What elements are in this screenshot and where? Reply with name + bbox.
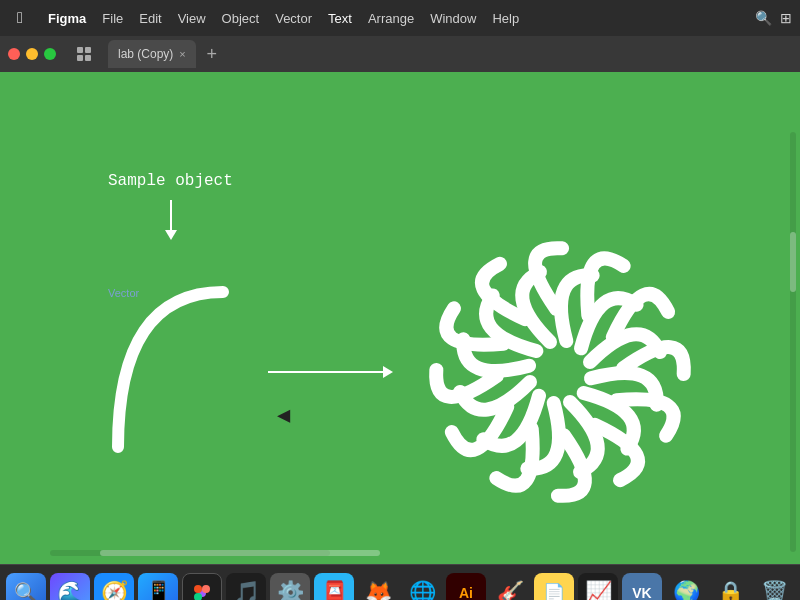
svg-rect-2 xyxy=(77,55,83,61)
dock-appstore[interactable]: 📱 xyxy=(138,573,178,601)
svg-rect-1 xyxy=(85,47,91,53)
svg-rect-0 xyxy=(77,47,83,53)
dock-stocks[interactable]: 📈 xyxy=(578,573,618,601)
menubar:  Figma File Edit View Object Vector Tex… xyxy=(0,0,800,36)
menu-view[interactable]: View xyxy=(170,0,214,36)
dock-safari[interactable]: 🧭 xyxy=(94,573,134,601)
menu-arrange[interactable]: Arrange xyxy=(360,0,422,36)
dock-vk[interactable]: VK xyxy=(622,573,662,601)
apple-icon:  xyxy=(17,9,23,27)
canvas: Sample object Vector ◀ xyxy=(0,72,800,564)
new-tab-button[interactable]: + xyxy=(200,42,224,66)
apple-menu[interactable]:  xyxy=(0,9,40,27)
menu-edit[interactable]: Edit xyxy=(131,0,169,36)
close-button[interactable] xyxy=(8,48,20,60)
arc-shape xyxy=(108,282,238,466)
spiral-shape xyxy=(420,232,700,516)
tab-lab-copy[interactable]: lab (Copy) × xyxy=(108,40,196,68)
dock-telegram[interactable]: 📮 xyxy=(314,573,354,601)
svg-rect-5 xyxy=(194,585,202,593)
minimize-button[interactable] xyxy=(26,48,38,60)
dock-finder[interactable]: 🔍 xyxy=(6,573,46,601)
sample-object-label: Sample object xyxy=(108,172,233,190)
dock-chrome[interactable]: 🌐 xyxy=(402,573,442,601)
dock-firefox[interactable]: 🦊 xyxy=(358,573,398,601)
down-arrow-line xyxy=(170,200,172,230)
dock-headphones[interactable]: 🎵 xyxy=(226,573,266,601)
dock-illustrator[interactable]: Ai xyxy=(446,573,486,601)
menu-help[interactable]: Help xyxy=(484,0,527,36)
dock-siri[interactable]: 🌊 xyxy=(50,573,90,601)
tab-close-button[interactable]: × xyxy=(179,48,185,60)
menu-window[interactable]: Window xyxy=(422,0,484,36)
down-arrow-head xyxy=(165,230,177,240)
dock-figma[interactable] xyxy=(182,573,222,601)
horizontal-scrollbar-thumb[interactable] xyxy=(100,550,380,556)
fullscreen-button[interactable] xyxy=(44,48,56,60)
search-icon[interactable]: 🔍 xyxy=(755,10,772,26)
dock-settings[interactable]: ⚙️ xyxy=(270,573,310,601)
svg-rect-3 xyxy=(85,55,91,61)
grid-icon[interactable]: ⊞ xyxy=(780,10,792,26)
menu-vector[interactable]: Vector xyxy=(267,0,320,36)
tabbar: lab (Copy) × + xyxy=(0,36,800,72)
dock-security[interactable]: 🔒 xyxy=(710,573,750,601)
menubar-right: 🔍 ⊞ xyxy=(755,10,800,26)
dock: 🔍 🌊 🧭 📱 🎵 ⚙️ 📮 🦊 🌐 Ai 🎸 📄 📈 VK 🌍 🔒 🗑️ xyxy=(0,564,800,600)
menu-text[interactable]: Text xyxy=(320,0,360,36)
cursor-pointer: ◀ xyxy=(277,402,290,427)
figma-menu[interactable]: Figma xyxy=(40,0,94,36)
scrollbar-track xyxy=(790,132,796,552)
menu-file[interactable]: File xyxy=(94,0,131,36)
right-arrow xyxy=(268,366,393,378)
traffic-lights xyxy=(8,48,56,60)
dock-browser[interactable]: 🌍 xyxy=(666,573,706,601)
down-arrow xyxy=(165,200,177,240)
menu-object[interactable]: Object xyxy=(214,0,268,36)
svg-rect-6 xyxy=(202,585,210,593)
dock-music[interactable]: 🎸 xyxy=(490,573,530,601)
right-arrow-line xyxy=(268,371,383,373)
tab-label: lab (Copy) xyxy=(118,47,173,61)
pages-icon[interactable] xyxy=(72,42,96,66)
right-arrow-head xyxy=(383,366,393,378)
scrollbar-thumb[interactable] xyxy=(790,232,796,292)
dock-trash[interactable]: 🗑️ xyxy=(754,573,794,601)
dock-notes[interactable]: 📄 xyxy=(534,573,574,601)
